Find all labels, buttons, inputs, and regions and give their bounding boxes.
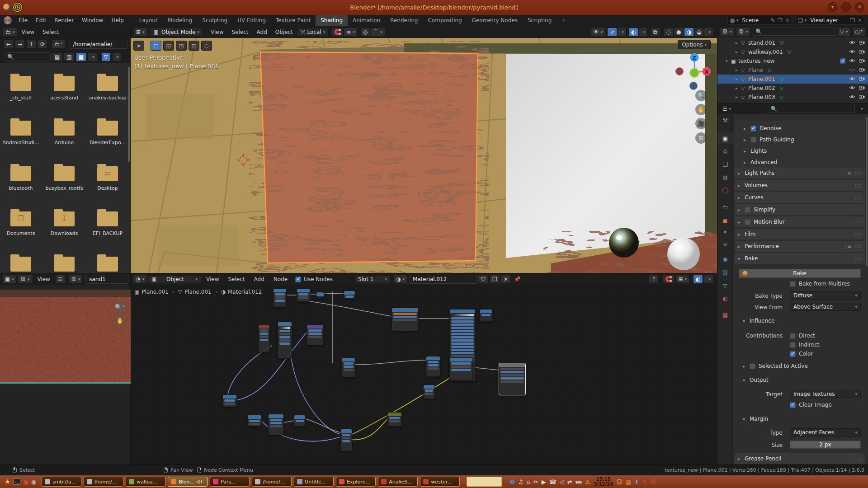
eye-open-icon[interactable]	[849, 85, 855, 91]
select-box-button[interactable]: ⬚	[151, 41, 161, 51]
viewport-zoom-button[interactable]: 🔍	[695, 90, 707, 101]
taskbar-window-smba[interactable]: smb://a...	[42, 477, 81, 487]
panel-performance[interactable]: ▸Performance⋮≡::::	[735, 241, 865, 252]
shading-solid-button[interactable]: ●	[674, 28, 684, 37]
folder-item[interactable]: Arduino	[44, 121, 85, 145]
shader-node[interactable]	[268, 414, 284, 435]
tray-icon[interactable]: ◁	[560, 479, 564, 485]
editor-type-button[interactable]: 🗀▾	[3, 28, 18, 37]
panel-checkbox[interactable]	[745, 207, 750, 213]
drag-grip-icon[interactable]: ::::	[855, 171, 862, 175]
shader-node[interactable]	[247, 415, 262, 427]
viewport-menu-view[interactable]: View	[207, 27, 227, 38]
panel-margin[interactable]: ▾Margin	[743, 415, 768, 423]
panel-volumes[interactable]: ▸Volumes::::	[735, 180, 865, 191]
workspace-tab-rendering[interactable]: Rendering	[385, 15, 423, 26]
outliner-filter-button[interactable]: ▽▾	[837, 27, 851, 36]
menu-file[interactable]: File	[14, 15, 32, 26]
viewport-menu-object[interactable]: Object	[271, 27, 297, 38]
taskbar-window-blen[interactable]: Blen...◁))	[168, 477, 208, 487]
maximize-button[interactable]: −	[841, 2, 851, 12]
gizmos-dropdown[interactable]: ▾	[617, 28, 627, 37]
shader-node[interactable]	[316, 292, 324, 298]
chrome-sphere-object[interactable]	[609, 228, 639, 258]
path-input[interactable]: /home/amalie/	[70, 40, 127, 49]
tray-icon[interactable]: ⌂	[526, 479, 530, 485]
taskbar-window-home[interactable]: /home/...	[252, 477, 292, 487]
drag-grip-icon[interactable]: ::::	[855, 208, 862, 212]
terminal-icon[interactable]: ›_	[13, 479, 20, 485]
outliner-row-plane-002[interactable]: ▸▽Plane.002▽	[717, 84, 868, 93]
eye-open-icon[interactable]	[849, 94, 855, 100]
pan-hand-button[interactable]: ✋	[114, 315, 126, 326]
eye-open-icon[interactable]	[849, 40, 855, 46]
viewport-menu-select[interactable]: Select	[228, 27, 253, 38]
hamburger-icon[interactable]: ☰	[55, 275, 66, 284]
options-button[interactable]: Options▾	[678, 40, 711, 49]
tray-icon[interactable]: ☎	[549, 479, 557, 485]
image-mode-icon[interactable]: 🖻▾	[18, 275, 33, 284]
taskbar-window-wester[interactable]: wester...	[420, 477, 460, 487]
keyboard-layout-indicator[interactable]: us	[576, 479, 582, 485]
expand-arrow-icon[interactable]: ▸	[736, 68, 741, 72]
bake-button[interactable]: Bake🍪	[739, 269, 861, 278]
workspace-tab-animation[interactable]: Animation	[348, 15, 385, 26]
shading-wireframe-button[interactable]: ◌	[664, 28, 674, 37]
tray-icon[interactable]: ✎	[642, 479, 647, 485]
tray-icon[interactable]: ▦	[625, 479, 631, 485]
tray-icon[interactable]: ⚠	[585, 479, 590, 485]
expand-arrow-icon[interactable]: ▾	[726, 59, 731, 63]
folder-item[interactable]: BlenderExpo...	[87, 121, 128, 145]
shading-dropdown[interactable]: ▾	[704, 28, 713, 37]
shader-node[interactable]	[499, 363, 526, 395]
workspace-tab-modeling[interactable]: Modeling	[163, 15, 198, 26]
panel-light-paths[interactable]: ▸Light Paths⋮≡::::	[735, 168, 865, 178]
drag-grip-icon[interactable]: ::::	[855, 196, 862, 200]
taskbar-window-wallpa[interactable]: wallpa...	[126, 477, 165, 487]
properties-scrollbar[interactable]	[866, 117, 868, 266]
camera-visibility-icon[interactable]	[859, 76, 865, 82]
camera-visibility-icon[interactable]	[859, 94, 865, 100]
tray-icon[interactable]: ✂	[533, 479, 538, 485]
expand-arrow-icon[interactable]: ▸	[736, 77, 741, 81]
refresh-button[interactable]: ⟳	[38, 40, 47, 49]
outliner-filter-id-dropdown[interactable]: 🖻▾	[736, 27, 751, 36]
expand-arrow-icon[interactable]: ▸	[736, 95, 741, 99]
editor-type-button[interactable]: ⊞▾	[133, 28, 147, 37]
camera-visibility-icon[interactable]	[859, 67, 865, 73]
folder-item[interactable]: acers3fand	[44, 76, 85, 101]
xray-toggle[interactable]: ⧉	[651, 28, 660, 37]
folder-item[interactable]: bluetooth	[0, 166, 41, 191]
back-button[interactable]: ←	[4, 40, 14, 49]
panel-grease-pencil[interactable]: ▸Grease Pencil::::	[735, 453, 865, 464]
clear-image-checkbox[interactable]	[790, 402, 796, 408]
panel-influence[interactable]: ▾Influence	[743, 317, 774, 325]
viewport-camera-button[interactable]: 🎥	[695, 118, 707, 129]
app-menu-star-icon[interactable]: ★	[5, 478, 10, 486]
minimize-button[interactable]: ▾	[828, 2, 837, 12]
image-menu-view[interactable]: View	[33, 274, 54, 285]
properties-search-input[interactable]: 🔍	[767, 105, 855, 113]
textured-plane-object[interactable]	[260, 52, 478, 263]
gizmo-x-neg[interactable]	[676, 68, 684, 75]
properties-editor-icon[interactable]: ☰▾	[720, 104, 733, 113]
tray-icon[interactable]: ♫	[518, 479, 524, 485]
shading-material-button[interactable]: ◑	[684, 28, 694, 37]
snap-magnet-icon[interactable]: 🧲	[331, 28, 344, 37]
drag-grip-icon[interactable]: ::::	[855, 232, 862, 236]
folder-item-partial[interactable]	[0, 257, 41, 272]
panel-output[interactable]: ▾Output	[743, 376, 769, 384]
folder-item[interactable]: busybox_rootfs	[44, 166, 85, 191]
drag-grip-icon[interactable]: ::::	[855, 257, 862, 261]
properties-options-dropdown[interactable]: ▾	[857, 104, 865, 113]
transform-orientation-dropdown[interactable]: ⤱Local▾	[297, 28, 329, 36]
viewlayer-selector[interactable]: ❏▾ ViewLayer ❐ ✕	[796, 16, 864, 25]
panel-checkbox[interactable]	[745, 219, 750, 225]
shading-rendered-button[interactable]: ◒	[694, 28, 704, 37]
pin-icon[interactable]: ✎	[770, 17, 775, 23]
outliner-row-plane[interactable]: ▸▽Plane▽	[717, 66, 868, 75]
mode-dropdown[interactable]: ▣Object Mode▾	[150, 28, 203, 37]
snap-target-dropdown[interactable]: ≡▾	[344, 28, 358, 37]
workspace-tab--[interactable]: +	[557, 15, 571, 26]
panel-checkbox[interactable]	[750, 126, 756, 131]
